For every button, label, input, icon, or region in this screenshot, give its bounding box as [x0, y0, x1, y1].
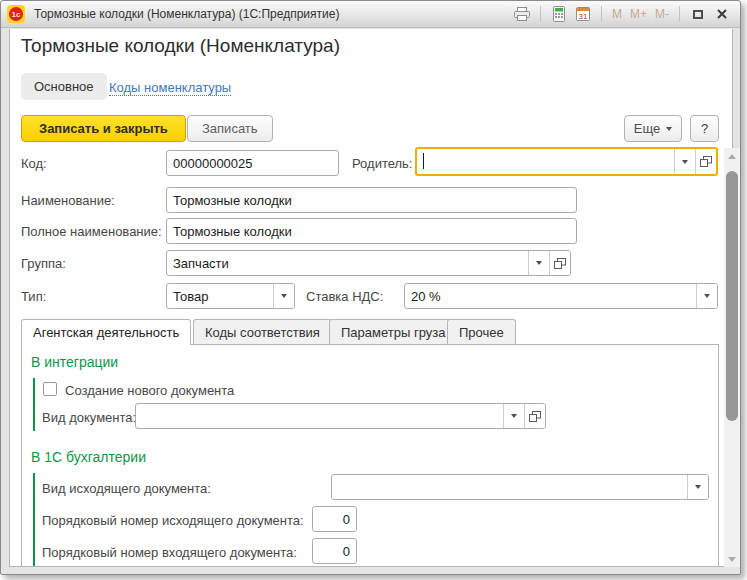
tab-cargo-parameters[interactable]: Параметры груза [329, 319, 457, 344]
accounting-group-bar [33, 473, 35, 566]
save-label: Записать [202, 121, 258, 136]
dropdown-arrow-icon [281, 294, 287, 298]
code-input[interactable] [166, 150, 339, 176]
group-value: Запчасти [167, 251, 528, 275]
parent-label: Родитель: [352, 156, 412, 171]
text-caret [423, 153, 424, 169]
calendar-icon[interactable]: 31 [571, 4, 595, 24]
print-icon[interactable] [510, 4, 534, 24]
accounting-section-header: В 1С бухгалтерии [31, 449, 146, 465]
outgoing-doc-kind-combo[interactable] [331, 474, 709, 500]
tab-other[interactable]: Прочее [447, 319, 516, 344]
scroll-up-icon [728, 154, 736, 159]
parent-value [417, 149, 674, 174]
parent-dropdown-button[interactable] [674, 149, 695, 174]
vat-value: 20 % [405, 284, 696, 308]
open-list-icon [700, 156, 712, 167]
dropdown-arrow-icon [536, 261, 542, 265]
scrollbar-thumb[interactable] [726, 171, 738, 421]
tab-agent-activity[interactable]: Агентская деятельность [21, 319, 191, 345]
full-name-label: Полное наименование: [21, 224, 162, 239]
group-combo[interactable]: Запчасти [166, 250, 571, 276]
vat-combo[interactable]: 20 % [404, 283, 718, 309]
outgoing-doc-kind-dropdown-button[interactable] [687, 475, 708, 499]
more-button[interactable]: Еще [624, 115, 682, 142]
create-new-document-label: Создание нового документа [65, 383, 234, 398]
window-title: Тормозные колодки (Номенклатура) (1С:Пре… [34, 7, 339, 21]
doc-kind-label: Вид документа: [42, 410, 136, 425]
dropdown-arrow-icon [695, 485, 701, 489]
save-button[interactable]: Записать [187, 115, 273, 142]
type-dropdown-button[interactable] [273, 284, 294, 308]
dropdown-arrow-icon [682, 160, 688, 164]
memory-m-button[interactable]: M [608, 7, 626, 21]
close-icon [716, 8, 728, 20]
page-title: Тормозные колодки (Номенклатура) [21, 35, 340, 57]
scroll-down-icon [728, 557, 736, 562]
tab-main[interactable]: Основное [21, 73, 107, 100]
group-choose-button[interactable] [549, 251, 570, 275]
parent-choose-button[interactable] [695, 149, 716, 174]
create-new-document-checkbox[interactable] [43, 382, 57, 396]
1c-logo-text: 1с [9, 7, 23, 21]
memory-m-minus-button[interactable]: M- [651, 7, 673, 21]
scroll-down-button[interactable] [724, 551, 740, 567]
titlebar-separator [601, 6, 602, 22]
help-label: ? [701, 121, 708, 136]
more-label: Еще [634, 121, 660, 136]
maximize-button[interactable] [686, 4, 710, 24]
titlebar-controls: 31 M M+ M- [510, 4, 734, 24]
vat-dropdown-button[interactable] [696, 284, 717, 308]
dropdown-arrow-icon [704, 294, 710, 298]
tab-correspondence-codes[interactable]: Коды соответствия [193, 319, 332, 344]
save-and-close-button[interactable]: Записать и закрыть [21, 115, 186, 142]
memory-m-plus-button[interactable]: M+ [626, 7, 651, 21]
titlebar-separator [679, 6, 680, 22]
save-and-close-label: Записать и закрыть [39, 121, 168, 136]
incoming-doc-number-label: Порядковый номер входящего документа: [42, 545, 297, 560]
tab-main-label: Основное [34, 79, 94, 94]
calculator-icon[interactable] [547, 4, 571, 24]
doc-kind-value [136, 404, 503, 428]
vertical-scrollbar[interactable] [724, 148, 740, 567]
close-button[interactable] [710, 4, 734, 24]
vat-label: Ставка НДС: [306, 289, 383, 304]
group-dropdown-button[interactable] [528, 251, 549, 275]
dropdown-arrow-icon [511, 414, 517, 418]
title-bar: 1с Тормозные колодки (Номенклатура) (1С:… [1, 1, 740, 28]
parent-combo[interactable] [415, 147, 718, 176]
open-list-icon [529, 411, 541, 422]
code-label: Код: [21, 156, 47, 171]
incoming-doc-number-input[interactable] [312, 538, 357, 564]
chevron-down-icon [666, 127, 672, 131]
outgoing-doc-kind-value [332, 475, 687, 499]
help-button[interactable]: ? [690, 115, 719, 142]
maximize-icon [693, 10, 703, 19]
doc-kind-combo[interactable] [135, 403, 546, 429]
outgoing-doc-number-input[interactable] [312, 506, 357, 532]
integration-group-bar [33, 378, 35, 431]
type-value: Товар [167, 284, 273, 308]
link-nomenclature-codes[interactable]: Коды номенклатуры [109, 80, 231, 96]
open-list-icon [554, 258, 566, 269]
doc-kind-choose-button[interactable] [524, 404, 545, 428]
app-window: 1с Тормозные колодки (Номенклатура) (1С:… [0, 0, 741, 575]
group-label: Группа: [21, 256, 66, 271]
outgoing-doc-number-label: Порядковый номер исходящего документа: [42, 513, 304, 528]
svg-text:31: 31 [579, 12, 588, 21]
scroll-up-button[interactable] [724, 148, 740, 164]
type-combo[interactable]: Товар [166, 283, 295, 309]
name-label: Наименование: [21, 193, 115, 208]
doc-kind-dropdown-button[interactable] [503, 404, 524, 428]
outgoing-doc-kind-label: Вид исходящего документа: [42, 481, 211, 496]
integration-section-header: В интеграции [31, 354, 118, 370]
type-label: Тип: [21, 289, 46, 304]
titlebar-separator [540, 6, 541, 22]
1c-logo-icon: 1с [7, 5, 25, 23]
full-name-input[interactable] [166, 218, 577, 244]
name-input[interactable] [166, 187, 577, 213]
